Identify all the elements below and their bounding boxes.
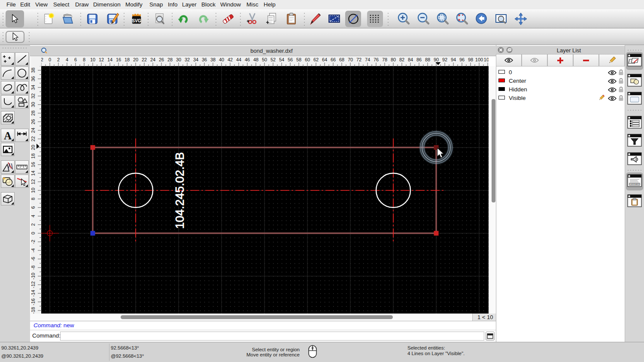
svg-text:6: 6 bbox=[31, 206, 36, 209]
svg-text:54: 54 bbox=[279, 57, 284, 62]
svg-text:20: 20 bbox=[133, 57, 138, 62]
svg-text:48: 48 bbox=[253, 57, 258, 62]
svg-text:74: 74 bbox=[365, 57, 370, 62]
svg-text:10: 10 bbox=[31, 188, 36, 193]
svg-text:8: 8 bbox=[31, 198, 36, 200]
svg-text:6: 6 bbox=[74, 57, 77, 62]
svg-text:-2: -2 bbox=[31, 240, 36, 244]
svg-text:-12: -12 bbox=[31, 281, 36, 288]
svg-text:4: 4 bbox=[66, 57, 68, 62]
svg-text:-14: -14 bbox=[31, 290, 36, 297]
svg-text:26: 26 bbox=[31, 119, 36, 124]
svg-text:88: 88 bbox=[425, 57, 430, 62]
svg-text:4: 4 bbox=[31, 215, 36, 217]
svg-text:-18: -18 bbox=[31, 307, 36, 314]
svg-text:70: 70 bbox=[348, 57, 353, 62]
svg-text:22: 22 bbox=[142, 57, 147, 62]
svg-text:22: 22 bbox=[31, 136, 36, 142]
svg-text:58: 58 bbox=[296, 57, 301, 62]
svg-text:34: 34 bbox=[31, 85, 36, 90]
svg-text:8: 8 bbox=[83, 57, 85, 62]
svg-text:16: 16 bbox=[31, 162, 36, 167]
svg-text:44: 44 bbox=[236, 57, 241, 62]
svg-text:38: 38 bbox=[210, 57, 216, 62]
svg-text:14: 14 bbox=[107, 57, 112, 62]
svg-text:56: 56 bbox=[288, 57, 293, 62]
svg-text:62: 62 bbox=[313, 57, 319, 62]
svg-text:36: 36 bbox=[31, 76, 36, 81]
svg-text:32: 32 bbox=[185, 57, 190, 62]
svg-text:40: 40 bbox=[219, 57, 224, 62]
svg-text:2: 2 bbox=[57, 57, 60, 62]
svg-text:102: 102 bbox=[484, 57, 489, 62]
svg-text:30: 30 bbox=[31, 102, 36, 107]
svg-text:66: 66 bbox=[331, 57, 336, 62]
svg-text:84: 84 bbox=[408, 57, 413, 62]
svg-text:86: 86 bbox=[416, 57, 422, 62]
svg-text:26: 26 bbox=[159, 57, 164, 62]
svg-text:98: 98 bbox=[468, 57, 473, 62]
svg-text:18: 18 bbox=[31, 154, 36, 159]
svg-text:2: 2 bbox=[31, 223, 36, 226]
svg-text:-2: -2 bbox=[41, 57, 43, 62]
svg-text:36: 36 bbox=[202, 57, 207, 62]
svg-text:64: 64 bbox=[322, 57, 327, 62]
svg-text:16: 16 bbox=[116, 57, 121, 62]
svg-text:90: 90 bbox=[434, 57, 439, 62]
svg-text:12: 12 bbox=[31, 179, 36, 184]
svg-text:24: 24 bbox=[31, 128, 36, 133]
svg-text:60: 60 bbox=[305, 57, 310, 62]
svg-text:82: 82 bbox=[399, 57, 404, 62]
svg-text:20: 20 bbox=[31, 145, 36, 150]
svg-text:-6: -6 bbox=[31, 257, 36, 261]
svg-text:18: 18 bbox=[125, 57, 130, 62]
svg-text:92: 92 bbox=[442, 57, 447, 62]
svg-text:42: 42 bbox=[228, 57, 233, 62]
svg-text:72: 72 bbox=[356, 57, 361, 62]
svg-text:28: 28 bbox=[167, 57, 173, 62]
svg-text:78: 78 bbox=[382, 57, 387, 62]
svg-text:76: 76 bbox=[374, 57, 379, 62]
svg-text:80: 80 bbox=[391, 57, 396, 62]
svg-text:12: 12 bbox=[99, 57, 104, 62]
svg-text:0: 0 bbox=[49, 57, 51, 62]
svg-text:A: A bbox=[4, 130, 12, 142]
svg-text:24: 24 bbox=[150, 57, 155, 62]
svg-text:46: 46 bbox=[245, 57, 250, 62]
svg-text:30: 30 bbox=[176, 57, 181, 62]
svg-text:50: 50 bbox=[262, 57, 267, 62]
svg-text:-16: -16 bbox=[31, 299, 36, 305]
svg-text:28: 28 bbox=[31, 111, 36, 116]
svg-text:52: 52 bbox=[270, 57, 276, 62]
svg-text:14: 14 bbox=[31, 171, 36, 176]
svg-text:100: 100 bbox=[475, 57, 483, 62]
svg-text:-10: -10 bbox=[31, 273, 36, 280]
svg-text:104.245.02.4B: 104.245.02.4B bbox=[173, 152, 186, 229]
svg-text:96: 96 bbox=[459, 57, 465, 62]
svg-text:command: command bbox=[630, 183, 639, 185]
svg-text:-4: -4 bbox=[31, 248, 36, 253]
svg-text:10: 10 bbox=[90, 57, 95, 62]
svg-text:-8: -8 bbox=[31, 265, 36, 270]
svg-text:0: 0 bbox=[31, 232, 36, 235]
svg-text:32: 32 bbox=[31, 94, 36, 99]
svg-text:SVG: SVG bbox=[132, 18, 141, 23]
svg-text:94: 94 bbox=[451, 57, 456, 62]
svg-text:38: 38 bbox=[31, 68, 36, 73]
svg-text:68: 68 bbox=[339, 57, 344, 62]
svg-text:34: 34 bbox=[193, 57, 198, 62]
